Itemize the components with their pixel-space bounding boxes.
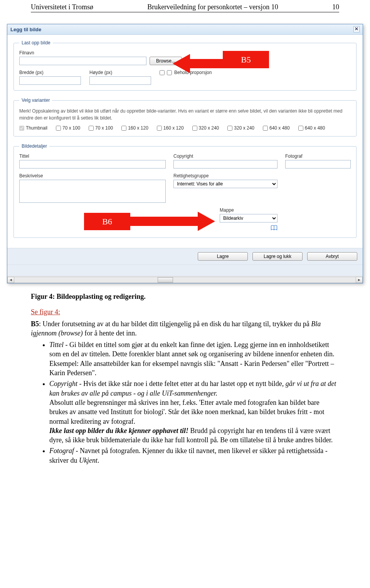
mappe-select[interactable]: Bildearkiv [220,214,278,222]
dialog-title: Legg til bilde [10,27,41,32]
fotograf-input[interactable] [285,160,351,168]
variant-640x480-a[interactable]: 640 x 480 [263,125,290,131]
intro-line-2: B5: Under forutsetning av at du har bild… [31,319,339,338]
header-center: Brukerveiledning for personkortet – vers… [93,3,332,11]
panel-upload-legend: Last opp bilde [19,40,53,45]
dialog-action-bar: Lagre Lagre og lukk Avbryt [7,248,363,265]
label-mappe: Mappe [220,207,278,213]
svg-marker-0 [173,54,227,73]
callout-b6: B6 [84,213,130,230]
panel-variants-legend: Velg varianter [19,98,52,103]
variants-note: Merk! Oppskalering av bildet vil ikke bl… [19,108,351,121]
callout-b5: B5 [223,51,269,68]
variant-320x240-a[interactable]: 320 x 240 [192,125,219,131]
filnavn-input[interactable] [19,57,146,65]
header-rule [31,12,339,12]
avbryt-button[interactable]: Avbryt [307,252,357,261]
beskrivelse-input[interactable] [19,180,166,203]
book-icon[interactable] [271,225,278,231]
label-beskrivelse: Beskrivelse [19,173,166,179]
figure-caption: Figur 4: Bildeopplasting og redigering. [31,292,339,301]
rettighetsgruppe-select[interactable]: Internett: Vises for alle [173,180,278,188]
horizontal-scrollbar[interactable]: ◄ ► [7,276,363,283]
variant-320x240-b[interactable]: 320 x 240 [227,125,254,131]
scroll-thumb[interactable] [158,277,173,283]
variant-70x100-a[interactable]: 70 x 100 [56,125,80,131]
label-bredde: Bredde (px) [19,70,81,75]
lagre-button[interactable]: Lagre [198,252,248,261]
label-rettighetsgruppe: Rettighetsgruppe [173,173,278,179]
lagre-og-lukk-button[interactable]: Lagre og lukk [252,252,303,261]
arrow-b5-icon [173,54,227,73]
tittel-input[interactable] [19,160,166,168]
close-icon[interactable]: ✕ [353,26,360,32]
variant-thumbnail[interactable]: Thumbnail [19,125,47,131]
variant-70x100-b[interactable]: 70 x 100 [89,125,113,131]
variant-160x120-b[interactable]: 160 x 120 [157,125,184,131]
label-hoyde: Høyde (px) [89,70,151,75]
variant-160x120-a[interactable]: 160 x 120 [121,125,148,131]
bullet-fotograf: Fotograf - Navnet på fotografen. Kjenner… [49,446,339,465]
copyright-input[interactable] [173,160,278,168]
header-left: Universitetet i Tromsø [31,3,93,11]
page-header: Universitetet i Tromsø Brukerveiledning … [0,0,370,12]
intro-line-1: Se figur 4: [31,307,339,317]
dialog-titlebar: Legg til bilde ✕ [7,24,363,35]
bullet-copyright: Copyright - Hvis det ikke står noe i det… [49,379,339,445]
label-copyright: Copyright [173,153,278,159]
page-number: 10 [332,3,339,11]
label-fotograf: Fotograf [285,153,351,159]
panel-variants: Velg varianter Merk! Oppskalering av bil… [13,98,357,136]
figure-4-screenshot: Legg til bilde ✕ Last opp bilde Filnavn … [7,24,363,283]
body-text: Figur 4: Bildeopplasting og redigering. … [0,287,370,482]
behold-checkbox-2[interactable] [167,70,172,75]
svg-marker-1 [130,212,215,231]
bullet-tittel: Tittel - Gi bildet en tittel som gjør at… [49,340,339,377]
panel-details-legend: Bildedetaljer [19,143,49,149]
scroll-right-icon[interactable]: ► [356,277,363,283]
variants-row: Thumbnail 70 x 100 70 x 100 160 x 120 16… [19,125,351,131]
variant-640x480-b[interactable]: 640 x 480 [298,125,325,131]
scroll-left-icon[interactable]: ◄ [7,277,14,283]
behold-checkbox-1[interactable] [160,70,165,75]
label-tittel: Tittel [19,153,166,159]
bredde-input[interactable] [19,76,81,85]
arrow-b6-icon [130,212,215,231]
hoyde-input[interactable] [89,76,151,85]
